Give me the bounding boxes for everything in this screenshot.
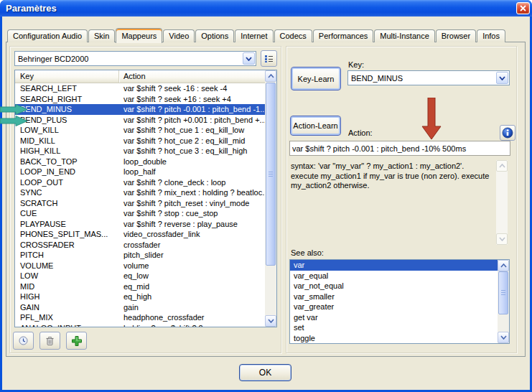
tab-label: Browser [442, 32, 470, 40]
table-row[interactable]: VOLUME volume [15, 261, 265, 271]
tab[interactable]: Mappeurs [116, 28, 162, 43]
table-row[interactable]: CUE var $shift ? stop : cue_stop [15, 208, 265, 219]
table-row[interactable]: ANALOG_INPUT holding ? ... : $shift ? 2 … [15, 323, 265, 327]
row-action: var $shift ? pitch +0.001 : pitch_bend +… [119, 115, 265, 126]
table-row[interactable]: BACK_TO_TOP loop_double [15, 157, 265, 167]
add-icon [71, 335, 83, 347]
column-header-key[interactable]: Key [15, 70, 119, 83]
syntax-scrollbar [496, 160, 508, 245]
teal-annotation-arrow [0, 104, 28, 115]
tab[interactable]: Codecs [274, 29, 312, 42]
table-row[interactable]: LOW eq_low [15, 271, 265, 281]
list-item[interactable]: set [290, 322, 498, 333]
chevron-down-icon[interactable] [496, 72, 508, 84]
row-action: volume [119, 261, 265, 271]
action-input[interactable] [289, 141, 510, 156]
table-row[interactable]: BEND_PLUS var $shift ? pitch +0.001 : pi… [15, 115, 265, 126]
table-row[interactable]: PLAYPAUSE var $shift ? reverse : play_pa… [15, 219, 265, 230]
see-also-items: var var_equal var_not_equal var_smaller … [290, 260, 498, 343]
row-key: GAIN [15, 302, 119, 313]
row-key: BEND_MINUS [15, 104, 119, 115]
tab[interactable]: Skin [88, 29, 115, 42]
row-action: var $shift ? stop : cue_stop [119, 208, 265, 219]
delete-mapping-button[interactable] [39, 332, 60, 350]
row-action: var $shift ? hot_cue 2 : eq_kill_mid [119, 136, 265, 146]
table-row[interactable]: SCRATCH var $shift ? pitch_reset : vinyl… [15, 198, 265, 209]
row-key: MID [15, 281, 119, 292]
list-item-label: get var [294, 313, 318, 322]
table-row[interactable]: MID eq_mid [15, 281, 265, 292]
row-action: loop_double [119, 157, 265, 167]
column-header-action[interactable]: Action [119, 70, 265, 83]
row-action: var $shift ? seek -16 : seek -4 [119, 83, 265, 94]
table-row[interactable]: PITCH pitch_slider [15, 250, 265, 261]
ok-button[interactable]: OK [239, 364, 291, 381]
scrollbar-down-icon[interactable] [265, 315, 276, 327]
table-row[interactable]: MID_KILL var $shift ? hot_cue 2 : eq_kil… [15, 136, 265, 146]
table-row[interactable]: LOOP_OUT var $shift ? clone_deck : loop [15, 177, 265, 188]
device-select[interactable]: Behringer BCD2000 [14, 51, 256, 66]
table-row[interactable]: SYNC var $shift ? mix_next : holding ? b… [15, 187, 265, 198]
info-button[interactable] [500, 125, 515, 141]
list-item-label: var [294, 261, 304, 269]
row-key: PFL_MIX [15, 312, 119, 323]
titlebar[interactable]: Paramètres [0, 0, 532, 17]
action-learn-button[interactable]: Action-Learn [290, 116, 341, 136]
row-key: PITCH [15, 250, 119, 261]
scrollbar-down-icon[interactable] [498, 332, 509, 343]
list-item[interactable]: get var [290, 312, 498, 323]
table-row[interactable]: PHONES_SPLIT_MAS... video_crossfader_lin… [15, 229, 265, 240]
see-also-scrollbar[interactable] [498, 260, 509, 343]
table-row[interactable]: PFL_MIX headphone_crossfader [15, 312, 265, 323]
list-item[interactable]: var_equal [290, 271, 498, 281]
list-item[interactable]: var_greater [290, 302, 498, 312]
key-select[interactable]: BEND_MINUS [347, 70, 510, 85]
see-also-list[interactable]: var var_equal var_not_equal var_smaller … [289, 259, 510, 344]
list-scrollbar[interactable] [265, 70, 276, 327]
reset-mapping-button[interactable] [13, 332, 34, 350]
row-action: eq_low [119, 271, 265, 281]
key-learn-button[interactable]: Key-Learn [291, 67, 341, 90]
key-action-list[interactable]: Key Action SEARCH_LEFT var $shift ? seek… [14, 70, 277, 327]
row-key: HIGH [15, 291, 119, 302]
teal-annotation-arrow [0, 116, 28, 126]
tab[interactable]: Performances [313, 29, 373, 42]
table-row[interactable]: LOW_KILL var $shift ? hot_cue 1 : eq_kil… [15, 125, 265, 136]
list-item[interactable]: var [290, 260, 498, 271]
close-button[interactable] [516, 2, 530, 14]
scrollbar-up-icon[interactable] [265, 70, 276, 82]
trash-icon [45, 336, 55, 346]
table-row[interactable]: SEARCH_RIGHT var $shift ? seek +16 : see… [15, 94, 265, 105]
scrollbar-up-icon[interactable] [498, 260, 509, 271]
list-properties-icon [264, 54, 274, 63]
add-mapping-button[interactable] [66, 332, 87, 350]
list-item-label: var_smaller [294, 292, 335, 301]
table-row[interactable]: SEARCH_LEFT var $shift ? seek -16 : seek… [15, 83, 265, 94]
tab[interactable]: Internet [235, 29, 273, 42]
table-row[interactable]: HIGH_KILL var $shift ? hot_cue 3 : eq_ki… [15, 146, 265, 157]
row-key: PHONES_SPLIT_MAS... [15, 229, 119, 240]
tab[interactable]: Configuration Audio [7, 29, 88, 42]
table-row[interactable]: BEND_MINUS var $shift ? pitch -0.001 : p… [15, 104, 265, 115]
table-row[interactable]: HIGH eq_high [15, 291, 265, 302]
table-row[interactable]: LOOP_IN_END loop_half [15, 167, 265, 177]
tab[interactable]: Browser [436, 29, 476, 42]
chevron-down-icon[interactable] [243, 52, 255, 65]
table-row[interactable]: CROSSFADER crossfader [15, 240, 265, 251]
tab[interactable]: Infos [477, 29, 505, 42]
tab[interactable]: Options [195, 29, 234, 42]
list-item[interactable]: var_not_equal [290, 281, 498, 291]
scrollbar-thumb[interactable] [266, 83, 276, 266]
action-field-label: Action: [348, 129, 373, 137]
list-item[interactable]: toggle [290, 333, 498, 344]
table-row[interactable]: GAIN gain [15, 302, 265, 313]
mapper-properties-button[interactable] [261, 50, 277, 67]
row-action: var $shift ? hot_cue 1 : eq_kill_low [119, 125, 265, 136]
key-field-label: Key: [348, 60, 364, 69]
tab[interactable]: Multi-Instance [374, 29, 434, 42]
scrollbar-up-icon [496, 160, 508, 172]
tab[interactable]: Video [163, 29, 195, 42]
see-also-label: See also: [291, 248, 324, 257]
list-item[interactable]: var_smaller [290, 291, 498, 302]
scrollbar-thumb[interactable] [498, 271, 508, 314]
